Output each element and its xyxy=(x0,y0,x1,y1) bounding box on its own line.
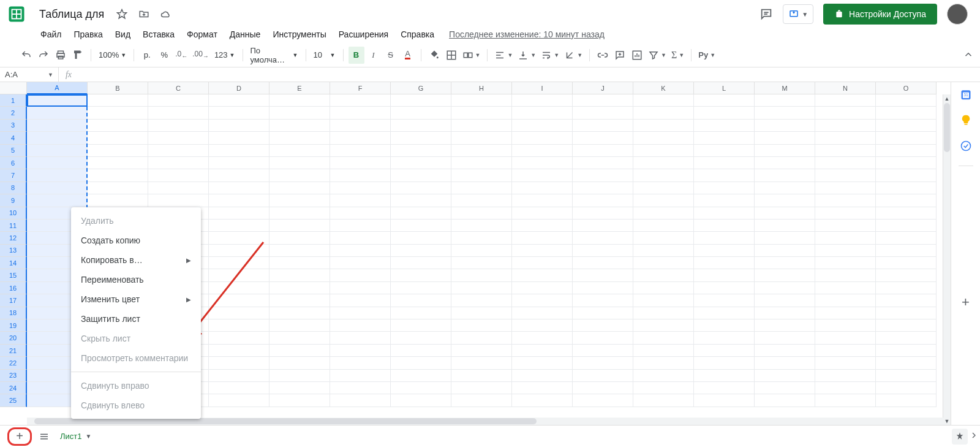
cell[interactable] xyxy=(815,394,876,407)
cell[interactable] xyxy=(209,269,270,281)
cell[interactable] xyxy=(512,394,573,407)
cell[interactable] xyxy=(633,169,694,181)
column-header-f[interactable]: F xyxy=(330,82,391,94)
column-header-i[interactable]: I xyxy=(512,82,573,94)
cell[interactable] xyxy=(694,94,755,107)
cell[interactable] xyxy=(270,357,330,369)
cell[interactable] xyxy=(755,145,815,157)
cell[interactable] xyxy=(633,245,694,257)
cell[interactable] xyxy=(876,120,937,132)
cell[interactable] xyxy=(815,207,876,220)
cell[interactable] xyxy=(755,370,815,382)
cell[interactable] xyxy=(451,169,512,181)
menu-insert[interactable]: Вставка xyxy=(138,27,179,42)
cell[interactable] xyxy=(876,132,937,144)
cell[interactable] xyxy=(694,220,755,232)
cell[interactable] xyxy=(451,232,512,244)
cell[interactable] xyxy=(209,257,270,269)
keep-icon[interactable] xyxy=(960,114,972,126)
cell[interactable] xyxy=(391,182,451,194)
cell[interactable] xyxy=(451,357,512,369)
cell[interactable] xyxy=(815,357,876,369)
cell[interactable] xyxy=(391,370,451,382)
cell[interactable] xyxy=(633,357,694,369)
cell[interactable] xyxy=(755,357,815,369)
cell[interactable] xyxy=(512,319,573,332)
column-header-n[interactable]: N xyxy=(815,82,876,94)
cell[interactable] xyxy=(270,245,330,257)
cell[interactable] xyxy=(512,120,573,132)
cell[interactable] xyxy=(451,182,512,194)
cell[interactable] xyxy=(209,232,270,244)
cell[interactable] xyxy=(391,120,451,132)
cell[interactable] xyxy=(330,294,391,307)
context-menu-item[interactable]: Изменить цвет▶ xyxy=(71,289,201,309)
column-header-k[interactable]: K xyxy=(633,82,694,94)
cell[interactable] xyxy=(451,282,512,294)
cell[interactable] xyxy=(391,294,451,307)
cell[interactable] xyxy=(209,182,270,194)
context-menu-item[interactable]: Копировать в…▶ xyxy=(71,250,201,270)
cell[interactable] xyxy=(573,357,633,369)
cell[interactable] xyxy=(88,194,148,207)
text-color-button[interactable]: A xyxy=(400,47,416,64)
cell[interactable] xyxy=(391,145,451,157)
cell[interactable] xyxy=(330,382,391,394)
cell[interactable] xyxy=(876,357,937,369)
column-header-o[interactable]: O xyxy=(876,82,937,94)
cell[interactable] xyxy=(451,269,512,281)
move-icon[interactable] xyxy=(138,9,149,20)
cell[interactable] xyxy=(876,157,937,169)
cell[interactable] xyxy=(270,120,330,132)
cell[interactable] xyxy=(694,294,755,307)
cell[interactable] xyxy=(209,94,270,107)
italic-button[interactable]: I xyxy=(366,47,382,64)
bold-button[interactable]: B xyxy=(349,47,364,64)
cell[interactable] xyxy=(270,257,330,269)
row-header[interactable]: 1 xyxy=(0,94,27,107)
cell[interactable] xyxy=(755,257,815,269)
column-header-m[interactable]: M xyxy=(755,82,815,94)
cell[interactable] xyxy=(815,319,876,332)
cell[interactable] xyxy=(330,207,391,220)
row-header[interactable]: 7 xyxy=(0,169,27,181)
cell[interactable] xyxy=(391,94,451,107)
cell[interactable] xyxy=(148,107,209,119)
cell[interactable] xyxy=(694,107,755,119)
cell[interactable] xyxy=(815,245,876,257)
cell[interactable] xyxy=(573,145,633,157)
row-header[interactable]: 18 xyxy=(0,307,27,319)
cell[interactable] xyxy=(270,394,330,407)
cell[interactable] xyxy=(633,319,694,332)
cell[interactable] xyxy=(270,107,330,119)
cell[interactable] xyxy=(270,282,330,294)
cell[interactable] xyxy=(330,120,391,132)
cell[interactable] xyxy=(391,207,451,220)
cell[interactable] xyxy=(694,332,755,344)
cell[interactable] xyxy=(512,220,573,232)
cell[interactable] xyxy=(209,145,270,157)
cell[interactable] xyxy=(633,182,694,194)
cell[interactable] xyxy=(876,194,937,207)
column-header-a[interactable]: A xyxy=(27,82,88,94)
cell[interactable] xyxy=(876,257,937,269)
cell[interactable] xyxy=(694,319,755,332)
select-all-corner[interactable] xyxy=(0,82,27,94)
cell[interactable] xyxy=(755,319,815,332)
cell[interactable] xyxy=(209,157,270,169)
document-title[interactable]: Таблица для xyxy=(36,7,108,22)
menu-extensions[interactable]: Расширения xyxy=(334,27,393,42)
column-header-d[interactable]: D xyxy=(209,82,270,94)
cell[interactable] xyxy=(451,332,512,344)
cell[interactable] xyxy=(451,220,512,232)
insert-chart-button[interactable] xyxy=(629,47,645,64)
menu-data[interactable]: Данные xyxy=(225,27,266,42)
cell[interactable] xyxy=(876,94,937,107)
cell[interactable] xyxy=(694,394,755,407)
cell[interactable] xyxy=(633,132,694,144)
cell[interactable] xyxy=(876,220,937,232)
menu-format[interactable]: Формат xyxy=(182,27,222,42)
cell[interactable] xyxy=(755,394,815,407)
cell[interactable] xyxy=(815,157,876,169)
cell[interactable] xyxy=(270,307,330,319)
